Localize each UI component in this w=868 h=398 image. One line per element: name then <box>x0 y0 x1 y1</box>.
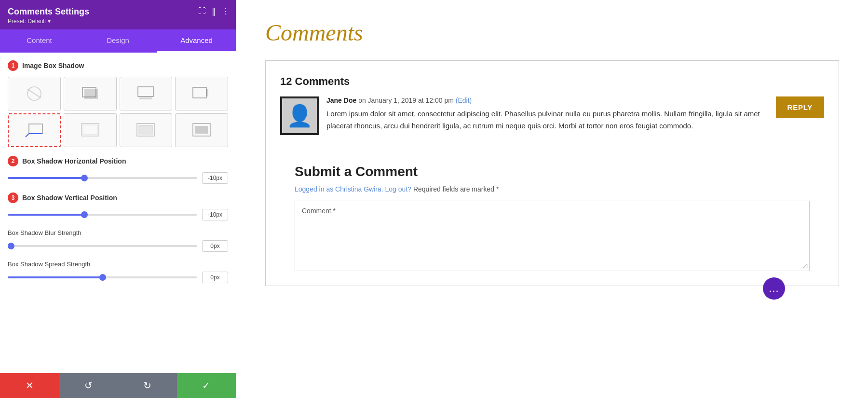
vertical-position-value[interactable] <box>202 209 228 220</box>
page-title: Comments <box>265 19 839 46</box>
logged-in-text: Logged in as Christina Gwira. Log out? R… <box>295 185 810 193</box>
reply-button[interactable]: REPLY <box>776 96 824 118</box>
tab-content[interactable]: Content <box>0 29 79 53</box>
comment-meta: Jane Doe on January 1, 2019 at 12:00 pm … <box>326 96 768 104</box>
submit-heading: Submit a Comment <box>295 164 810 179</box>
edit-link[interactable]: (Edit) <box>456 96 472 104</box>
shadow-inset-strong[interactable] <box>175 113 228 147</box>
svg-rect-5 <box>139 97 152 99</box>
vertical-slider-row <box>8 209 228 220</box>
redo-button[interactable]: ↻ <box>118 373 177 398</box>
svg-rect-11 <box>81 124 99 136</box>
shadow-bottom[interactable] <box>120 77 173 110</box>
svg-rect-8 <box>29 124 42 134</box>
svg-rect-16 <box>195 126 208 134</box>
tab-advanced[interactable]: Advanced <box>157 29 236 53</box>
svg-rect-6 <box>193 87 206 98</box>
comment-textarea[interactable] <box>295 201 809 269</box>
comments-count: 12 Comments <box>280 75 824 88</box>
spread-strength-title: Box Shadow Spread Strength <box>8 261 228 268</box>
blur-strength-section: Box Shadow Blur Strength <box>8 229 228 252</box>
spread-strength-slider[interactable] <box>8 276 197 278</box>
comment-label: Comment * <box>302 207 336 215</box>
image-box-shadow-header: 1 Image Box Shadow <box>8 60 228 71</box>
section-number-1: 1 <box>8 60 18 71</box>
vertical-position-slider[interactable] <box>8 214 197 216</box>
horizontal-position-section: 2 Box Shadow Horizontal Position <box>8 156 228 184</box>
blur-strength-title: Box Shadow Blur Strength <box>8 229 228 236</box>
expand-icon[interactable]: ⛶ <box>198 7 206 16</box>
panel-header-icons: ⛶ ‖ ⋮ <box>198 7 229 16</box>
undo-button[interactable]: ↺ <box>59 373 118 398</box>
horizontal-position-slider[interactable] <box>8 177 197 179</box>
content-area: Comments 12 Comments 👤 Jane Doe on Janua… <box>236 0 868 398</box>
svg-rect-7 <box>206 89 208 96</box>
bottom-bar: ✕ ↺ ↻ ✓ <box>0 373 236 398</box>
comment-text: Lorem ipsum dolor sit amet, consectetur … <box>326 108 768 132</box>
submit-section: Submit a Comment Logged in as Christina … <box>280 150 824 271</box>
comment-author: Jane Doe <box>326 96 356 104</box>
spread-slider-row <box>8 272 228 283</box>
svg-rect-4 <box>138 87 153 96</box>
shadow-right[interactable] <box>175 77 228 110</box>
panel-header: Comments Settings Preset: Default ▾ ⛶ ‖ … <box>0 0 236 29</box>
panel-subtitle[interactable]: Preset: Default ▾ <box>8 18 228 25</box>
columns-icon[interactable]: ‖ <box>212 7 216 16</box>
svg-line-9 <box>26 134 29 137</box>
horizontal-position-header: 2 Box Shadow Horizontal Position <box>8 156 228 166</box>
horizontal-position-value[interactable] <box>202 172 228 184</box>
comment-textarea-wrap: Comment * ◿ … <box>295 201 810 271</box>
horizontal-slider-row <box>8 172 228 184</box>
cancel-button[interactable]: ✕ <box>0 373 59 398</box>
comment-item: 👤 Jane Doe on January 1, 2019 at 12:00 p… <box>280 96 824 135</box>
shadow-bottom-right[interactable] <box>64 77 117 110</box>
logout-link[interactable]: Log out? <box>385 185 412 193</box>
spread-strength-value[interactable] <box>202 272 228 283</box>
comment-body: Jane Doe on January 1, 2019 at 12:00 pm … <box>326 96 768 135</box>
settings-panel: Comments Settings Preset: Default ▾ ⛶ ‖ … <box>0 0 236 398</box>
logged-in-link[interactable]: Logged in as Christina Gwira. <box>295 185 383 193</box>
blur-strength-value[interactable] <box>202 240 228 252</box>
vertical-position-header: 3 Box Shadow Vertical Position <box>8 192 228 203</box>
horizontal-position-title: Box Shadow Horizontal Position <box>22 157 126 165</box>
panel-body: 1 Image Box Shadow <box>0 53 236 373</box>
vertical-position-section: 3 Box Shadow Vertical Position <box>8 192 228 220</box>
spread-strength-section: Box Shadow Spread Strength <box>8 261 228 283</box>
resize-handle: ◿ <box>803 262 807 269</box>
shadow-inset-medium[interactable] <box>120 113 173 147</box>
svg-rect-12 <box>83 125 97 135</box>
panel-title: Comments Settings <box>8 7 228 17</box>
save-button[interactable]: ✓ <box>177 373 236 398</box>
shadow-options-grid <box>8 77 228 147</box>
comments-box: 12 Comments 👤 Jane Doe on January 1, 201… <box>265 60 839 286</box>
tabs-bar: Content Design Advanced <box>0 29 236 53</box>
more-icon[interactable]: ⋮ <box>221 7 229 16</box>
comment-date: on January 1, 2019 at 12:00 pm <box>358 96 454 104</box>
avatar: 👤 <box>280 96 319 135</box>
tab-design[interactable]: Design <box>79 29 157 53</box>
vertical-position-title: Box Shadow Vertical Position <box>22 194 117 202</box>
avatar-icon: 👤 <box>286 103 313 128</box>
section-number-3: 3 <box>8 192 18 203</box>
required-fields-text: Required fields are marked * <box>413 185 499 193</box>
blur-slider-row <box>8 240 228 252</box>
section-number-2: 2 <box>8 156 18 166</box>
blur-strength-slider[interactable] <box>8 245 197 247</box>
svg-line-1 <box>27 89 41 98</box>
floating-action-button[interactable]: … <box>763 277 785 300</box>
svg-rect-3 <box>84 89 98 99</box>
image-box-shadow-title: Image Box Shadow <box>22 62 84 69</box>
shadow-bottom-left-blue[interactable] <box>8 113 61 147</box>
svg-rect-14 <box>139 125 152 134</box>
shadow-none[interactable] <box>8 77 61 110</box>
shadow-inset-light[interactable] <box>64 113 117 147</box>
